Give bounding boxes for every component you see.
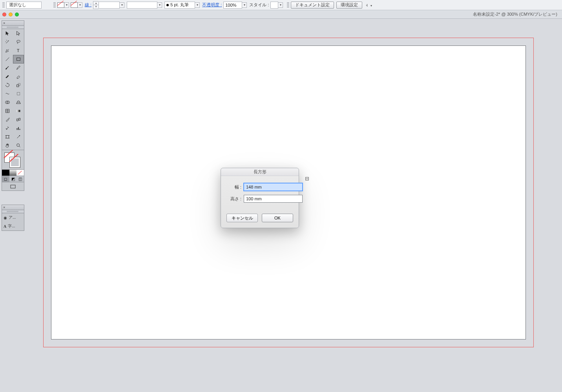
svg-rect-14 bbox=[18, 127, 19, 130]
svg-point-0 bbox=[17, 40, 20, 42]
stroke-dropdown[interactable]: ▾ bbox=[78, 2, 82, 8]
fill-swatch[interactable] bbox=[57, 2, 64, 8]
panel-grip[interactable] bbox=[2, 26, 24, 29]
svg-line-2 bbox=[6, 58, 9, 61]
svg-rect-10 bbox=[17, 110, 20, 112]
svg-rect-5 bbox=[18, 83, 20, 85]
stroke-color-icon[interactable] bbox=[10, 157, 20, 167]
width-label: 幅 : bbox=[226, 184, 241, 190]
panel-header[interactable]: × bbox=[2, 20, 24, 26]
perspective-grid-tool[interactable] bbox=[13, 98, 24, 107]
style-dropdown[interactable]: ▾ bbox=[278, 2, 283, 8]
draw-mode-row: ◻ ◩ ◫ bbox=[2, 176, 24, 182]
rectangle-dialog: 長方形 幅 : 高さ : ⊟ キャンセル OK bbox=[221, 168, 299, 228]
dialog-title: 長方形 bbox=[221, 168, 299, 176]
appearance-row[interactable]: ◉ア... bbox=[2, 213, 24, 222]
stroke-swatch[interactable] bbox=[71, 2, 78, 8]
blob-brush-tool[interactable] bbox=[2, 72, 13, 81]
svg-line-18 bbox=[19, 146, 20, 147]
width-input[interactable] bbox=[244, 183, 303, 191]
gradient-tool[interactable] bbox=[13, 107, 24, 115]
sun-icon: ◉ bbox=[4, 216, 7, 220]
style-label: スタイル : bbox=[249, 2, 269, 8]
panel-grip[interactable] bbox=[2, 210, 24, 213]
slice-tool[interactable] bbox=[13, 132, 24, 141]
free-transform-tool[interactable] bbox=[13, 89, 24, 98]
eraser-tool[interactable] bbox=[13, 72, 24, 81]
stroke-width-spinner[interactable]: ▴▾ bbox=[93, 1, 99, 9]
cancel-button[interactable]: キャンセル bbox=[226, 214, 258, 222]
align-icon[interactable]: ⫞ ▾ bbox=[365, 2, 372, 8]
direct-selection-tool[interactable] bbox=[13, 29, 24, 38]
color-mode-none[interactable] bbox=[16, 170, 24, 176]
character-icon: A bbox=[4, 224, 6, 229]
color-mode-gradient[interactable] bbox=[9, 170, 17, 176]
stroke-link[interactable]: 線 : bbox=[85, 2, 91, 8]
brush-dropdown[interactable]: ▾ bbox=[195, 2, 200, 8]
style-field[interactable] bbox=[270, 2, 278, 9]
opacity-link[interactable]: 不透明度 : bbox=[202, 2, 222, 8]
height-input[interactable] bbox=[244, 195, 303, 203]
hand-tool[interactable] bbox=[2, 141, 13, 150]
fill-stroke-indicator[interactable] bbox=[2, 150, 24, 170]
constrain-proportions-icon[interactable]: ⊟ bbox=[305, 170, 309, 187]
column-graph-tool[interactable] bbox=[13, 124, 24, 132]
ok-button[interactable]: OK bbox=[262, 214, 293, 222]
mesh-tool[interactable] bbox=[2, 107, 13, 115]
close-panel-icon[interactable]: × bbox=[3, 205, 5, 209]
svg-rect-15 bbox=[20, 129, 20, 130]
line-tool[interactable] bbox=[2, 55, 13, 64]
zoom-window-icon[interactable] bbox=[15, 13, 19, 16]
blend-tool[interactable] bbox=[13, 115, 24, 124]
rectangle-tool[interactable] bbox=[13, 55, 24, 64]
document-title: 名称未設定-2* @ 300% (CMYK/プレビュー) bbox=[473, 11, 557, 17]
zoom-tool[interactable] bbox=[13, 141, 24, 150]
fill-dropdown[interactable]: ▾ bbox=[64, 2, 69, 8]
symbol-sprayer-tool[interactable] bbox=[2, 124, 13, 132]
rotate-tool[interactable] bbox=[2, 81, 13, 89]
opacity-dropdown[interactable]: ▾ bbox=[242, 2, 247, 8]
control-bar: 選択なし ▾ ▾ 線 : ▴▾ ▾ ▾ 5 pt. 丸筆▾ 不透明度 : 100… bbox=[0, 0, 562, 10]
svg-rect-3 bbox=[17, 58, 20, 61]
eyedropper-tool[interactable] bbox=[2, 115, 13, 124]
paintbrush-tool[interactable] bbox=[2, 64, 13, 72]
lasso-tool[interactable] bbox=[13, 38, 24, 46]
variable-width-profile[interactable] bbox=[127, 2, 157, 9]
preferences-button[interactable]: 環境設定 bbox=[336, 2, 362, 9]
svg-rect-12 bbox=[19, 118, 20, 120]
pen-tool[interactable] bbox=[2, 46, 13, 55]
vwp-dropdown[interactable]: ▾ bbox=[157, 2, 162, 8]
brush-field[interactable]: 5 pt. 丸筆 bbox=[164, 2, 195, 9]
svg-rect-16 bbox=[6, 136, 9, 138]
screen-mode-button[interactable] bbox=[2, 182, 24, 191]
opacity-field[interactable]: 100% bbox=[223, 2, 242, 9]
draw-inside[interactable]: ◫ bbox=[16, 176, 24, 182]
tools-panel: × T bbox=[2, 20, 24, 191]
scale-tool[interactable] bbox=[13, 81, 24, 89]
svg-point-17 bbox=[17, 144, 20, 147]
stroke-width-dropdown[interactable]: ▾ bbox=[120, 2, 124, 8]
color-mode-solid[interactable] bbox=[2, 170, 9, 176]
character-row[interactable]: A字... bbox=[2, 222, 24, 230]
close-window-icon[interactable] bbox=[2, 13, 6, 16]
close-panel-icon[interactable]: × bbox=[3, 21, 5, 25]
minimize-window-icon[interactable] bbox=[9, 13, 13, 16]
type-tool[interactable]: T bbox=[13, 46, 24, 55]
draw-behind[interactable]: ◩ bbox=[9, 176, 17, 182]
pencil-tool[interactable] bbox=[13, 64, 24, 72]
mini-panel-header[interactable]: × bbox=[2, 205, 24, 210]
selection-indicator[interactable]: 選択なし bbox=[6, 2, 42, 9]
stroke-width-field[interactable] bbox=[99, 2, 120, 9]
grip-icon bbox=[2, 2, 5, 8]
document-setup-button[interactable]: ドキュメント設定 bbox=[291, 2, 334, 9]
svg-rect-11 bbox=[17, 119, 18, 121]
draw-normal[interactable]: ◻ bbox=[2, 176, 9, 182]
shape-builder-tool[interactable] bbox=[2, 98, 13, 107]
workspace: × T bbox=[0, 19, 562, 392]
selection-tool[interactable] bbox=[2, 29, 13, 38]
width-tool[interactable] bbox=[2, 89, 13, 98]
artboard-tool[interactable] bbox=[2, 132, 13, 141]
svg-rect-6 bbox=[17, 93, 20, 95]
document-title-bar: 名称未設定-2* @ 300% (CMYK/プレビュー) bbox=[0, 10, 562, 19]
magic-wand-tool[interactable] bbox=[2, 38, 13, 46]
